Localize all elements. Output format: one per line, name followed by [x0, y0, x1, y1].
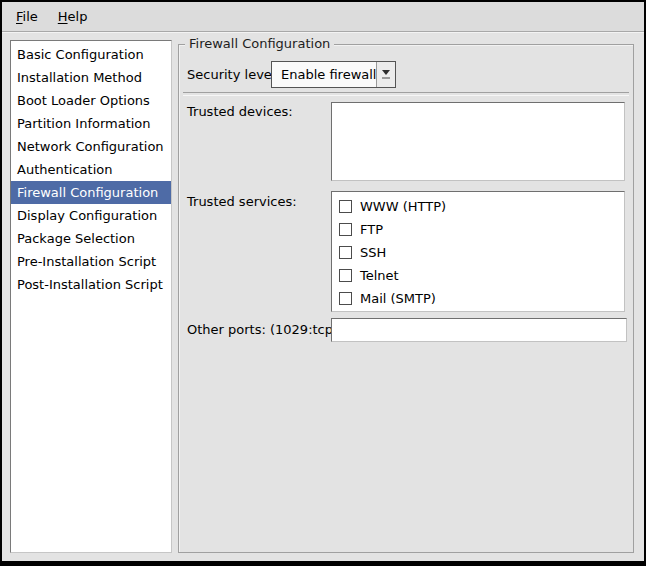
menu-file[interactable]: File	[6, 4, 48, 29]
menu-bar: File Help	[2, 2, 644, 32]
menu-help-label: H	[58, 9, 68, 24]
checkbox-label: WWW (HTTP)	[360, 199, 446, 214]
other-ports-label: Other ports: (1029:tcp)	[187, 318, 338, 342]
sidebar-item-post-installation-script[interactable]: Post-Installation Script	[11, 273, 171, 296]
sidebar-item-firewall-configuration[interactable]: Firewall Configuration	[11, 181, 171, 204]
security-level-value: Enable firewall	[272, 62, 376, 87]
sidebar-item-basic-configuration[interactable]: Basic Configuration	[11, 43, 171, 66]
sidebar-item-display-configuration[interactable]: Display Configuration	[11, 204, 171, 227]
frame-title: Firewall Configuration	[185, 36, 334, 51]
list-item: WWW (HTTP)	[332, 195, 624, 218]
security-level-select[interactable]: Enable firewall	[271, 61, 396, 88]
sidebar-item-partition-information[interactable]: Partition Information	[11, 112, 171, 135]
checkbox-label: Mail (SMTP)	[360, 291, 436, 306]
trusted-devices-list[interactable]	[331, 102, 625, 181]
trusted-devices-label: Trusted devices:	[187, 104, 293, 119]
trusted-services-list: WWW (HTTP) FTP SSH Telnet Mail (SMTP)	[331, 191, 625, 312]
checkbox-mail-smtp[interactable]	[339, 292, 352, 305]
other-ports-input[interactable]	[331, 318, 627, 342]
checkbox-ssh[interactable]	[339, 246, 352, 259]
menu-help[interactable]: Help	[48, 4, 98, 29]
sidebar-item-boot-loader-options[interactable]: Boot Loader Options	[11, 89, 171, 112]
checkbox-telnet[interactable]	[339, 269, 352, 282]
checkbox-label: SSH	[360, 245, 386, 260]
checkbox-ftp[interactable]	[339, 223, 352, 236]
dropdown-arrow-icon[interactable]	[376, 62, 395, 87]
checkbox-label: Telnet	[360, 268, 399, 283]
firewall-configuration-frame: Firewall Configuration Security level: E…	[178, 44, 634, 553]
list-item: Telnet	[332, 264, 624, 287]
sidebar-item-package-selection[interactable]: Package Selection	[11, 227, 171, 250]
kickstart-configurator-window: File Help Basic Configuration Installati…	[0, 0, 646, 566]
separator	[183, 92, 629, 96]
trusted-services-label: Trusted services:	[187, 194, 297, 209]
checkbox-label: FTP	[360, 222, 383, 237]
list-item: FTP	[332, 218, 624, 241]
checkbox-www-http[interactable]	[339, 200, 352, 213]
list-item: SSH	[332, 241, 624, 264]
list-item: Mail (SMTP)	[332, 287, 624, 310]
section-list: Basic Configuration Installation Method …	[10, 40, 172, 553]
sidebar-item-network-configuration[interactable]: Network Configuration	[11, 135, 171, 158]
sidebar-item-authentication[interactable]: Authentication	[11, 158, 171, 181]
sidebar-item-pre-installation-script[interactable]: Pre-Installation Script	[11, 250, 171, 273]
security-level-label: Security level:	[187, 61, 280, 88]
sidebar-item-installation-method[interactable]: Installation Method	[11, 66, 171, 89]
